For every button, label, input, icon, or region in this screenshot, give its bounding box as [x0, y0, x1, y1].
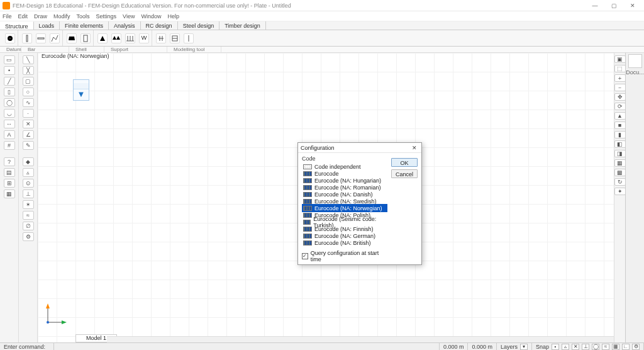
shell-wall-icon[interactable]	[80, 33, 91, 43]
tab-structure[interactable]: Structure	[0, 21, 34, 30]
snap-midpoint-icon[interactable]: ▵	[23, 168, 34, 177]
view-top-icon[interactable]: ▲	[614, 112, 626, 120]
bar-truss-icon[interactable]	[50, 33, 60, 43]
zoom-window-icon[interactable]: ⬚	[614, 65, 626, 72]
draw-cross-icon[interactable]: ✕	[23, 120, 34, 128]
snap-mid-icon[interactable]: ▵	[562, 344, 569, 350]
draw-square-icon[interactable]: ▢	[23, 77, 34, 86]
layers-dropdown-icon[interactable]: ▾	[520, 344, 528, 350]
command-input[interactable]	[54, 343, 440, 351]
zoom-in-icon[interactable]: ＋	[614, 74, 626, 82]
zoom-extents-icon[interactable]: ▣	[614, 55, 626, 63]
menu-edit[interactable]: Edit	[18, 13, 28, 20]
cover-icon[interactable]	[156, 33, 166, 43]
draw-polyline-icon[interactable]: ╳	[23, 66, 34, 75]
tool-line-icon[interactable]: ╱	[4, 77, 15, 86]
snap-endpoint-icon[interactable]: ◆	[23, 157, 34, 166]
code-option-independent[interactable]: Code independent	[302, 163, 387, 170]
tab-rc-design[interactable]: RC design	[141, 21, 178, 30]
tool-dimension-icon[interactable]: ↔	[4, 120, 15, 128]
snap-nearest-icon[interactable]: ≈	[23, 211, 34, 220]
view-front-icon[interactable]: ■	[614, 121, 626, 129]
view-save-icon[interactable]: ✦	[614, 188, 626, 195]
snap-settings-status-icon[interactable]: ⚙	[632, 344, 640, 350]
orbit-icon[interactable]: ⟳	[614, 103, 626, 110]
code-option-romanian[interactable]: Eurocode (NA: Romanian)	[302, 184, 387, 191]
ok-button[interactable]: OK	[391, 158, 418, 167]
snap-grid-status-icon[interactable]: ▦	[612, 344, 619, 350]
code-option-hungarian[interactable]: Eurocode (NA: Hungarian)	[302, 177, 387, 184]
cancel-button[interactable]: Cancel	[391, 169, 418, 178]
tab-timber-design[interactable]: Timber design	[219, 21, 266, 30]
tab-analysis[interactable]: Analysis	[109, 21, 141, 30]
tool-ortho-icon[interactable]: ⊞	[4, 179, 15, 188]
layers-button[interactable]: Layers ▾	[497, 343, 532, 351]
tool-rect-icon[interactable]: ▯	[4, 88, 15, 96]
draw-line-icon[interactable]: ╲	[23, 55, 34, 64]
tool-arc-icon[interactable]: ◡	[4, 109, 15, 118]
tool-hash-icon[interactable]: #	[4, 141, 15, 150]
tool-palette-icon[interactable]: ▤	[4, 168, 15, 177]
code-option-eurocode[interactable]: Eurocode	[302, 170, 387, 177]
dialog-titlebar[interactable]: Configuration ✕	[298, 143, 421, 153]
menu-settings[interactable]: Settings	[96, 13, 117, 20]
view-side-icon[interactable]: ▮	[614, 131, 626, 138]
line-tool-icon[interactable]	[184, 33, 194, 43]
draw-curve-icon[interactable]: ∿	[23, 98, 34, 107]
code-option-danish[interactable]: Eurocode (NA: Danish)	[302, 191, 387, 198]
code-option-german[interactable]: Eurocode (NA: German)	[302, 232, 387, 239]
menu-view[interactable]: View	[123, 13, 135, 20]
view-shade-icon[interactable]: ▩	[614, 169, 626, 176]
tool-grid-icon[interactable]: ▦	[4, 189, 15, 198]
view-wire-icon[interactable]: ▦	[614, 159, 626, 167]
menu-draw[interactable]: Draw	[34, 13, 47, 20]
tab-finite-elements[interactable]: Finite elements	[60, 21, 109, 30]
tool-query-icon[interactable]: ?	[4, 157, 15, 166]
snap-ortho-status-icon[interactable]: ∟	[622, 344, 630, 350]
menu-tools[interactable]: Tools	[77, 13, 90, 20]
draw-circle-icon[interactable]: ○	[23, 88, 34, 96]
building-icon[interactable]	[170, 33, 180, 43]
code-option-turkish[interactable]: Eurocode (Seismic code: Turkish)	[302, 218, 387, 225]
snap-tan-icon[interactable]: ◯	[592, 344, 599, 350]
snap-intersect-icon[interactable]: ✶	[23, 200, 34, 209]
maximize-button[interactable]: ▢	[605, 1, 623, 10]
dialog-close-button[interactable]: ✕	[410, 145, 419, 151]
code-option-swedish[interactable]: Eurocode (NA: Swedish)	[302, 198, 387, 205]
shell-plate-icon[interactable]	[67, 33, 77, 43]
support-spring-icon[interactable]	[139, 33, 149, 43]
snap-near-icon[interactable]: ≈	[602, 344, 609, 350]
support-surface-icon[interactable]	[125, 33, 135, 43]
menu-file[interactable]: File	[3, 13, 12, 20]
minimize-button[interactable]: —	[586, 1, 604, 10]
documents-panel[interactable]: Docu...	[625, 53, 644, 342]
tab-loads[interactable]: Loads	[34, 21, 60, 30]
draw-point-icon[interactable]: ·	[23, 109, 34, 118]
snap-settings-icon[interactable]: ⚙	[23, 232, 34, 241]
snap-int-icon[interactable]: ✕	[572, 344, 579, 350]
tool-node-icon[interactable]: •	[4, 66, 15, 75]
support-line-icon[interactable]	[111, 33, 121, 43]
drawing-canvas[interactable]: Eurocode (NA: Norwegian) ▼ Model 1 Confi…	[38, 53, 614, 342]
view-persp-icon[interactable]: ◨	[614, 150, 626, 157]
zoom-out-icon[interactable]: －	[614, 84, 626, 91]
view-refresh-icon[interactable]: ↻	[614, 178, 626, 186]
filter-tool-widget[interactable]: ▼	[73, 79, 89, 101]
close-button[interactable]: ✕	[624, 1, 641, 10]
menu-window[interactable]: Window	[141, 13, 161, 20]
bar-column-icon[interactable]	[22, 33, 32, 43]
snap-end-icon[interactable]: •	[552, 344, 559, 350]
snap-perp-icon[interactable]: ⊥	[23, 189, 34, 198]
pan-icon[interactable]: ✥	[614, 93, 626, 101]
support-point-icon[interactable]	[97, 33, 108, 43]
code-option-norwegian[interactable]: Eurocode (NA: Norwegian)	[302, 205, 387, 212]
draw-angle-icon[interactable]: ∠	[23, 130, 34, 139]
menu-modify[interactable]: Modify	[53, 13, 70, 20]
datum-origin-icon[interactable]	[5, 33, 15, 43]
snap-perp-status-icon[interactable]: ⊥	[582, 344, 589, 350]
snap-off-icon[interactable]: ∅	[23, 222, 34, 230]
code-listbox[interactable]: Code independent Eurocode Eurocode (NA: …	[302, 163, 387, 246]
bar-beam-icon[interactable]	[36, 33, 46, 43]
tool-circle-icon[interactable]: ◯	[4, 98, 15, 107]
tab-steel-design[interactable]: Steel design	[178, 21, 220, 30]
